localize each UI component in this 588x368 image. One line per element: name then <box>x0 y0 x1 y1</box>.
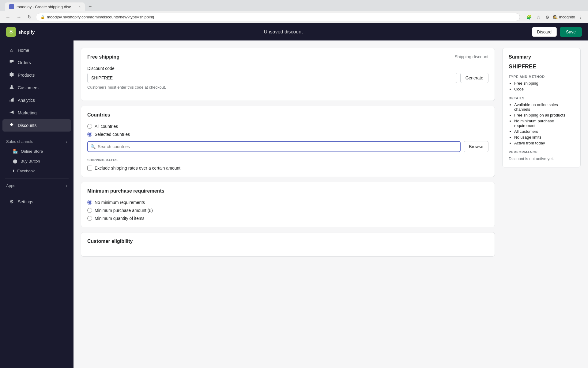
sidebar-item-marketing[interactable]: Marketing <box>2 107 71 119</box>
svg-rect-6 <box>12 98 13 102</box>
apps-section[interactable]: Apps › <box>0 181 74 190</box>
all-countries-option[interactable]: All countries <box>87 124 488 129</box>
selected-countries-label: Selected countries <box>95 132 130 137</box>
customers-icon <box>9 85 15 91</box>
main-layout: ⌂ Home Orders Products Customers <box>0 40 588 368</box>
country-search-input[interactable] <box>87 141 461 152</box>
sidebar-item-discounts-label: Discounts <box>18 123 36 128</box>
no-min-req-option[interactable]: No minimum requirements <box>87 200 488 205</box>
sales-channels-section[interactable]: Sales channels › <box>0 137 74 146</box>
min-req-radio-group: No minimum requirements Minimum purchase… <box>87 200 488 221</box>
summary-card: Summary SHIPFREE TYPE AND METHOD Free sh… <box>502 48 581 167</box>
url-text: moodjoy.myshopify.com/admin/discounts/ne… <box>47 15 154 19</box>
customer-eligibility-header: Customer eligibility <box>87 239 488 244</box>
new-tab-button[interactable]: + <box>86 4 94 10</box>
type-item-0: Free shipping <box>514 81 574 86</box>
sidebar-item-products[interactable]: Products <box>2 69 71 81</box>
navbar-actions: Discard Save <box>532 27 582 37</box>
sidebar-divider-2 <box>5 178 69 178</box>
details-list: Available on online sales channels Free … <box>509 102 574 145</box>
selected-countries-radio[interactable] <box>87 132 92 137</box>
svg-rect-4 <box>10 100 10 102</box>
extensions-manager-button[interactable]: ⚙ <box>544 13 551 21</box>
discount-code-group: Discount code Generate Customers must en… <box>87 66 488 90</box>
min-qty-option[interactable]: Minimum quantity of items <box>87 216 488 221</box>
facebook-icon: f <box>13 169 14 173</box>
sidebar-item-analytics-label: Analytics <box>18 98 35 103</box>
orders-icon <box>9 59 15 66</box>
sidebar-item-analytics[interactable]: Analytics <box>2 94 71 106</box>
extensions-button[interactable]: 🧩 <box>525 13 533 21</box>
save-button[interactable]: Save <box>560 27 582 37</box>
sidebar-item-facebook[interactable]: f Facebook <box>2 166 71 176</box>
country-search-row: 🔍 Browse <box>87 141 488 152</box>
products-icon <box>9 72 15 78</box>
type-item-1: Code <box>514 87 574 91</box>
refresh-button[interactable]: ↻ <box>26 13 33 21</box>
sidebar-item-home[interactable]: ⌂ Home <box>2 44 71 56</box>
sidebar-item-facebook-label: Facebook <box>17 169 35 173</box>
sales-channels-chevron: › <box>66 140 67 144</box>
min-qty-radio[interactable] <box>87 216 92 221</box>
menu-button[interactable]: ⋮ <box>577 13 584 21</box>
sidebar-item-discounts[interactable]: Discounts <box>2 119 71 132</box>
summary-panel: Summary SHIPFREE TYPE AND METHOD Free sh… <box>502 40 588 368</box>
details-item-0: Available on online sales channels <box>514 102 574 112</box>
tab-title: moodjoy · Create shipping disc... <box>17 5 74 9</box>
countries-title: Countries <box>87 112 110 118</box>
lock-icon: 🔒 <box>40 15 45 19</box>
details-item-5: Active from today <box>514 141 574 145</box>
sidebar-item-online-store[interactable]: 🏪 Online Store <box>2 147 71 156</box>
no-min-req-radio[interactable] <box>87 200 92 205</box>
exclude-rates-label: Exclude shipping rates over a certain am… <box>95 166 180 171</box>
svg-rect-0 <box>10 60 14 61</box>
min-amount-radio[interactable] <box>87 208 92 213</box>
details-label: DETAILS <box>509 96 574 100</box>
sidebar-item-online-store-label: Online Store <box>21 149 43 154</box>
sidebar-item-settings[interactable]: ⚙ Settings <box>2 196 71 208</box>
bookmark-button[interactable]: ☆ <box>535 13 542 21</box>
logo-text: shopify <box>18 29 35 35</box>
generate-button[interactable]: Generate <box>460 73 488 83</box>
tab-close-button[interactable]: × <box>79 5 81 9</box>
all-countries-radio[interactable] <box>87 124 92 129</box>
sidebar-divider-3 <box>5 193 69 193</box>
forward-button[interactable]: → <box>15 13 23 21</box>
minimum-requirements-card: Minimum purchase requirements No minimum… <box>81 182 495 227</box>
incognito-icon: 🕵 <box>553 15 558 19</box>
discount-code-row: Generate <box>87 73 488 83</box>
discount-code-hint: Customers must enter this code at checko… <box>87 85 488 90</box>
svg-rect-2 <box>10 63 12 63</box>
browser-tab[interactable]: moodjoy · Create shipping disc... × <box>5 2 85 11</box>
sidebar-item-customers[interactable]: Customers <box>2 82 71 94</box>
sidebar-item-orders[interactable]: Orders <box>2 56 71 69</box>
marketing-icon <box>9 110 15 116</box>
summary-code: SHIPFREE <box>509 63 574 70</box>
search-icon: 🔍 <box>90 144 96 149</box>
free-shipping-card: Free shipping Shipping discount Discount… <box>81 48 495 101</box>
shopify-logo[interactable]: S shopify <box>6 27 35 37</box>
apps-chevron: › <box>66 184 67 188</box>
back-button[interactable]: ← <box>4 13 12 21</box>
apps-label: Apps <box>6 183 15 188</box>
svg-point-3 <box>11 85 13 87</box>
shipping-discount-label: Shipping discount <box>454 54 488 59</box>
selected-countries-option[interactable]: Selected countries <box>87 132 488 137</box>
analytics-icon <box>9 97 15 103</box>
details-item-4: No usage limits <box>514 135 574 140</box>
online-store-icon: 🏪 <box>13 149 18 154</box>
sidebar-item-buy-button[interactable]: ⬤ Buy Button <box>2 156 71 166</box>
min-amount-option[interactable]: Minimum purchase amount (£) <box>87 208 488 213</box>
exclude-rates-checkbox[interactable] <box>87 166 92 171</box>
min-qty-label: Minimum quantity of items <box>95 216 145 221</box>
home-icon: ⌂ <box>9 48 15 53</box>
exclude-rates-option[interactable]: Exclude shipping rates over a certain am… <box>87 166 488 171</box>
discard-button[interactable]: Discard <box>532 27 557 37</box>
sidebar-item-buy-button-label: Buy Button <box>21 159 40 163</box>
browse-button[interactable]: Browse <box>464 141 488 152</box>
sidebar-item-settings-label: Settings <box>18 199 33 204</box>
type-method-label: TYPE AND METHOD <box>509 75 574 79</box>
free-shipping-title: Free shipping <box>87 54 119 60</box>
discount-code-input[interactable] <box>87 73 457 83</box>
customer-eligibility-title: Customer eligibility <box>87 239 133 244</box>
